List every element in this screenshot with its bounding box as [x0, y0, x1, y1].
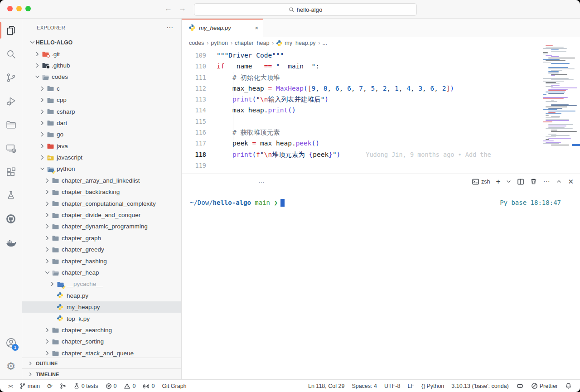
activity-bar-item[interactable]: 1 [0, 331, 22, 354]
tree-row[interactable]: __pycache__ [22, 278, 181, 290]
chev-right-icon [34, 50, 41, 58]
tree-row[interactable]: .github [22, 60, 181, 71]
tree-row[interactable]: cpp [22, 94, 181, 106]
tree-row[interactable]: chapter_greedy [22, 244, 181, 255]
minimap[interactable] [536, 45, 580, 152]
status-item[interactable] [60, 383, 66, 389]
maximize-window-button[interactable] [25, 6, 31, 11]
status-item[interactable]: UTF-8 [384, 383, 400, 389]
panel-action[interactable]: + [496, 177, 500, 186]
tree-row[interactable]: my_heap.py [22, 301, 181, 313]
tree-row[interactable]: dart [22, 117, 181, 129]
tree-row[interactable]: top_k.py [22, 313, 181, 324]
panel-action[interactable]: ⋯ [543, 178, 550, 186]
tree-row[interactable]: chapter_array_and_linkedlist [22, 175, 181, 186]
panel-action[interactable]: ✕ [568, 178, 574, 186]
activity-bar-item[interactable] [0, 136, 22, 160]
code-line[interactable]: 112 max_heap = MaxHeap([9, 8, 6, 6, 7, 5… [182, 83, 536, 94]
folder-icon [52, 200, 59, 207]
code-line[interactable]: 113 print("\n输入列表并建堆后") [182, 94, 536, 105]
code-line[interactable]: 118 print(f"\n堆顶元素为 {peek}")Yudong Jin, … [182, 149, 536, 160]
forward-arrow-icon[interactable]: → [179, 4, 186, 13]
code-line[interactable]: 119 [182, 160, 536, 171]
panel-action[interactable] [517, 178, 524, 185]
code-line[interactable]: 110if __name__ == "__main__": [182, 61, 536, 72]
code-line[interactable]: 115 [182, 116, 536, 127]
panel-action[interactable] [530, 178, 537, 185]
status-item[interactable]: 0 [106, 383, 117, 389]
panel-action[interactable] [556, 179, 562, 184]
explorer-more-actions-button[interactable]: ⋯ [166, 24, 173, 32]
tree-row[interactable]: go [22, 129, 181, 140]
tree-row[interactable]: python [22, 163, 181, 174]
tree-row[interactable]: heap.py [22, 290, 181, 301]
status-item[interactable]: ⟳ [47, 382, 53, 390]
tree-row[interactable]: chapter_dynamic_programming [22, 221, 181, 232]
tree-row[interactable]: .git [22, 48, 181, 59]
activity-bar-item[interactable] [0, 207, 22, 231]
status-item[interactable]: 0 tests [73, 383, 98, 389]
tree-row[interactable]: chapter_sorting [22, 336, 181, 347]
breadcrumb-item[interactable]: codes › [189, 40, 209, 46]
tree-row[interactable]: JS javascript [22, 152, 181, 163]
activity-bar-item[interactable] [0, 66, 22, 89]
breadcrumb-item[interactable]: ... [322, 40, 327, 46]
status-item[interactable]: LF [407, 383, 414, 389]
status-item[interactable] [516, 382, 524, 389]
code-line[interactable]: 117 peek = max_heap.peek() [182, 138, 536, 149]
tree-row[interactable]: chapter_divide_and_conquer [22, 209, 181, 221]
activity-bar-item[interactable] [0, 231, 22, 254]
folder-icon [47, 131, 54, 138]
activity-bar-item[interactable] [0, 184, 22, 207]
tree-row[interactable]: chapter_graph [22, 232, 181, 244]
timeline-section[interactable]: TIMELINE [22, 368, 181, 380]
tree-row[interactable]: HELLO-ALGO [22, 37, 181, 48]
status-item[interactable]: { } Python [421, 383, 444, 389]
code-line[interactable]: 116 # 获取堆顶元素 [182, 127, 536, 138]
activity-bar-item[interactable]: ⚙ [0, 354, 22, 378]
panel-action[interactable]: zsh [472, 178, 490, 185]
panel-action[interactable] [506, 179, 511, 184]
code-line[interactable]: 109"""Driver Code""" [182, 50, 536, 61]
status-item[interactable] [565, 382, 572, 389]
breadcrumb-item[interactable]: chapter_heap › [235, 40, 275, 46]
tab-my-heap[interactable]: my_heap.py × [182, 19, 263, 37]
panel-more-tabs-button[interactable]: ⋯ [258, 178, 265, 185]
tree-row[interactable]: chapter_computational_complexity [22, 198, 181, 209]
tree-row[interactable]: java [22, 140, 181, 152]
status-item[interactable]: 0 [143, 383, 155, 389]
tree-row[interactable]: codes [22, 71, 181, 82]
status-item[interactable]: Ln 118, Col 29 [308, 383, 344, 389]
close-tab-icon[interactable]: × [255, 24, 258, 31]
status-item[interactable]: Git Graph [162, 383, 186, 389]
terminal[interactable]: ~/Dow/hello-algo main ❯ Py base 18:18:47 [182, 189, 580, 380]
status-item[interactable]: main [19, 383, 40, 389]
back-arrow-icon[interactable]: ← [164, 4, 172, 13]
activity-bar-item[interactable] [0, 42, 22, 66]
outline-section[interactable]: OUTLINE [22, 358, 181, 369]
activity-bar-item[interactable] [0, 19, 22, 42]
breadcrumb-item[interactable]: python › [211, 40, 233, 46]
minimize-window-button[interactable] [16, 6, 22, 11]
status-item[interactable]: Prettier [531, 382, 558, 389]
tree-row[interactable]: chapter_stack_and_queue [22, 348, 181, 358]
chev-right-icon [44, 223, 51, 230]
tree-row[interactable]: chapter_searching [22, 324, 181, 336]
tree-row[interactable]: csharp [22, 106, 181, 117]
activity-bar-item[interactable] [0, 160, 22, 184]
status-item[interactable]: >< [8, 383, 12, 389]
code-line[interactable]: 114 max_heap.print() [182, 105, 536, 116]
activity-bar-item[interactable] [0, 113, 22, 136]
command-center-search[interactable]: hello-algo [194, 3, 417, 16]
status-item[interactable]: 0 [124, 383, 135, 389]
tree-row[interactable]: chapter_backtracking [22, 186, 181, 198]
status-item[interactable]: 3.10.13 ('base': conda) [451, 383, 508, 389]
code-line[interactable]: 111 # 初始化大顶堆 [182, 72, 536, 83]
tree-row[interactable]: chapter_heap [22, 267, 181, 278]
status-item[interactable]: Spaces: 4 [352, 383, 377, 389]
tree-row[interactable]: chapter_hashing [22, 255, 181, 266]
tree-row[interactable]: c [22, 83, 181, 94]
close-window-button[interactable] [7, 6, 13, 11]
activity-bar-item[interactable] [0, 89, 22, 113]
breadcrumb-item[interactable]: my_heap.py › [276, 40, 321, 47]
